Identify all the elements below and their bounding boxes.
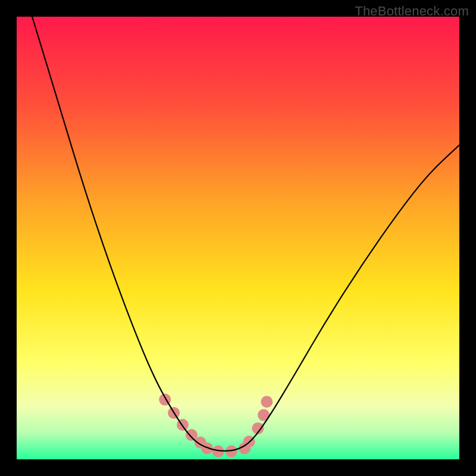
bottleneck-chart: [17, 17, 459, 459]
watermark-text: TheBottleneck.com: [355, 4, 469, 19]
gradient-background: [17, 17, 459, 459]
chart-frame: TheBottleneck.com: [0, 0, 476, 476]
highlight-dot: [261, 396, 273, 408]
plot-area: [17, 17, 459, 459]
